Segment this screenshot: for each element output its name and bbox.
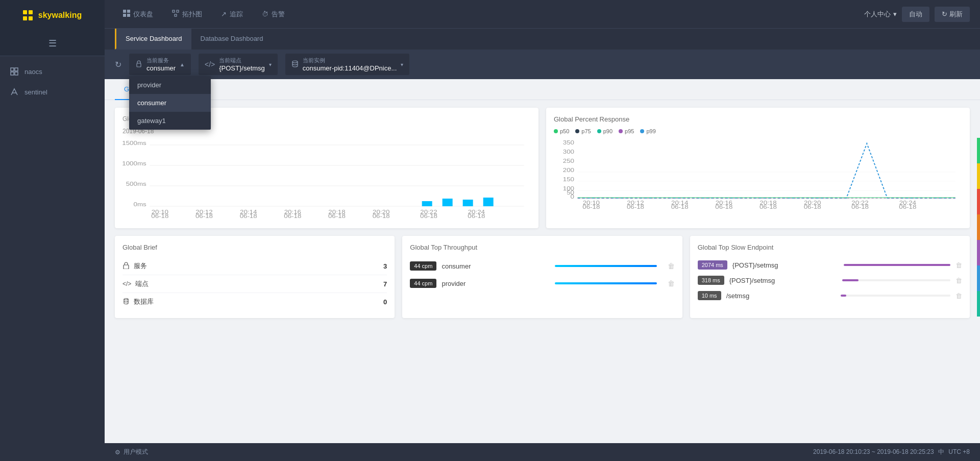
nav-trace[interactable]: ↗ 追踪 [213,6,251,23]
sidebar-item-sentinel[interactable]: sentinel [0,82,105,102]
svg-text:0ms: 0ms [134,202,146,207]
dropdown-item-provider[interactable]: provider [129,76,211,94]
slow-delete-3-icon[interactable]: 🗑 [955,292,962,300]
service-dropdown[interactable]: provider consumer gateway1 [129,76,211,130]
sidebar-naocs-label: naocs [24,68,42,76]
naocs-icon [10,67,18,76]
svg-text:1500ms: 1500ms [122,140,146,146]
percent-chart-svg: 350 300 250 200 150 100 50 0 [554,138,962,212]
throughput-delete-consumer-icon[interactable]: 🗑 [668,262,675,270]
svg-text:500ms: 500ms [126,181,146,187]
topology-icon [172,10,179,18]
dropdown-item-gateway1[interactable]: gateway1 [129,112,211,130]
legend-p95: p95 [619,128,634,134]
endpoint-selector[interactable]: </> 当前端点 {POST}/setmsg ▾ [199,54,278,75]
scrollbar-color-strip [977,138,980,317]
svg-text:150: 150 [563,177,575,182]
chart-legend: p50 p75 p90 p95 [554,128,962,134]
svg-text:250: 250 [563,158,575,164]
svg-rect-8 [127,14,130,17]
app-name: skywalking [38,11,82,20]
bottom-row: Global Brief 服务 3 </> 端点 7 [105,236,980,326]
dropdown-item-consumer[interactable]: consumer [129,94,211,112]
refresh-button[interactable]: ↻ 刷新 [935,7,970,22]
slow-item-1: 2074 ms {POST}/setmsg 🗑 [698,257,962,273]
nav-alert-label: 告警 [272,10,285,19]
nav-alert[interactable]: ⏱ 告警 [254,6,293,23]
filter-refresh-icon[interactable]: ↻ [115,60,121,69]
svg-text:06-18: 06-18 [284,213,302,219]
svg-rect-0 [11,68,14,71]
throughput-delete-provider-icon[interactable]: 🗑 [668,279,675,287]
tab-database-dashboard[interactable]: Database Dashboard [191,29,273,50]
dashboard-icon [123,10,130,18]
response-chart-svg: 1500ms 1000ms 500ms 0ms 20:10 [122,137,531,219]
svg-text:06-18: 06-18 [804,204,822,210]
footer-timezone: UTC +8 [948,448,970,455]
instance-chevron-icon: ▾ [401,62,403,67]
settings-gear-icon: ⚙ [115,449,120,456]
service-selector[interactable]: 当前服务 consumer ▲ provider consumer gatewa… [129,54,191,75]
sentinel-icon [10,88,18,96]
instance-selector[interactable]: 当前实例 consumer-pid:11404@DPnice... ▾ [285,54,409,75]
service-select-label: 当前服务 [146,57,176,64]
tab-service-dashboard[interactable]: Service Dashboard [115,29,191,50]
throughput-name-consumer: consumer [442,262,549,270]
footer-settings[interactable]: ⚙ 用户模式 [115,448,148,456]
svg-text:350: 350 [563,140,575,145]
svg-rect-2 [11,72,14,75]
nav-dashboard[interactable]: 仪表盘 [115,6,161,23]
menu-toggle-button[interactable]: ☰ [0,31,105,56]
brief-service-value: 3 [383,262,387,270]
user-center-chevron-icon: ▾ [893,10,897,18]
svg-text:300: 300 [563,149,575,155]
svg-text:0: 0 [571,194,575,200]
svg-text:200: 200 [563,167,575,173]
svg-rect-6 [127,10,130,13]
svg-text:06-18: 06-18 [627,204,645,210]
slow-badge-3: 10 ms [698,291,721,300]
service-lock-icon [135,60,142,69]
user-center-label: 个人中心 [864,10,891,19]
nav-topology-label: 拓扑图 [182,10,202,19]
brief-service-label: 服务 [122,261,147,271]
legend-p99: p99 [640,128,655,134]
sidebar-sentinel-label: sentinel [24,88,47,96]
svg-rect-24 [463,200,473,206]
svg-text:06-18: 06-18 [373,213,390,219]
svg-rect-25 [483,198,494,206]
instance-select-label: 当前实例 [303,57,397,64]
database-icon2 [122,298,130,306]
svg-text:06-18: 06-18 [671,204,689,210]
throughput-name-provider: provider [442,280,549,287]
svg-text:06-18: 06-18 [240,213,258,219]
svg-text:06-18: 06-18 [420,213,438,219]
svg-rect-11 [175,14,177,16]
endpoint-select-label: 当前端点 [219,57,265,64]
sidebar-header: skywalking [0,0,105,31]
slow-name-3: /setmsg [726,292,836,300]
nav-topology[interactable]: 拓扑图 [164,6,210,23]
svg-text:06-18: 06-18 [582,204,600,210]
slow-delete-1-icon[interactable]: 🗑 [955,261,962,269]
svg-text:06-18: 06-18 [851,204,869,210]
svg-rect-5 [123,10,126,13]
svg-point-13 [292,61,298,63]
service-lock-icon [122,262,130,271]
footer-timestamp: 2019-06-18 20:10:23 ~ 2019-06-18 20:25:2… [813,448,970,456]
sidebar-item-naocs[interactable]: naocs [0,61,105,82]
brief-row-endpoint: </> 端点 7 [122,275,387,293]
slow-bar-wrap-2 [842,279,950,281]
legend-p90: p90 [597,128,612,134]
endpoint-code-icon2: </> [122,280,131,287]
svg-text:06-18: 06-18 [151,213,169,219]
refresh-label: 刷新 [949,10,963,18]
nav-trace-label: 追踪 [230,10,243,19]
svg-rect-1 [15,68,18,71]
slow-delete-2-icon[interactable]: 🗑 [955,277,962,284]
endpoint-code-icon: </> [205,60,215,68]
user-center-button[interactable]: 个人中心 ▾ [864,10,897,19]
slow-item-2: 318 ms {POST}/setmsg 🗑 [698,273,962,288]
main-content: 仪表盘 拓扑图 ↗ 追踪 ⏱ 告警 个人中心 ▾ 自动 [105,0,980,461]
auto-button[interactable]: 自动 [902,7,929,22]
